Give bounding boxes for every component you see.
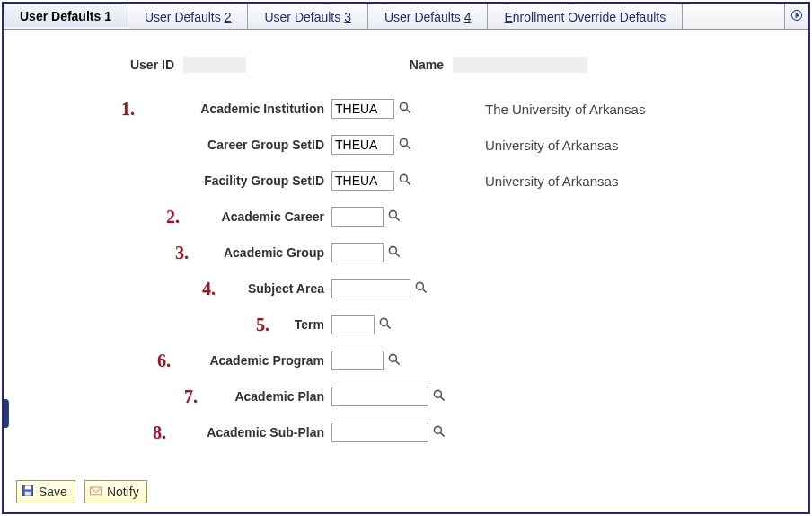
marker-8: 8. [4, 423, 170, 443]
magnifier-icon [432, 424, 446, 441]
row-academic-sub-plan: 8. Academic Sub-Plan [4, 414, 808, 450]
tab-label: User Defaults 2 [145, 10, 232, 24]
marker-7: 7. [4, 387, 201, 407]
form-area: 1. Academic Institution The University o… [4, 82, 808, 450]
magnifier-icon [398, 173, 412, 190]
lookup-academic-plan[interactable] [431, 388, 447, 405]
row-academic-group: 3. Academic Group [4, 235, 808, 271]
lookup-academic-program[interactable] [386, 352, 402, 369]
lookup-academic-career[interactable] [386, 209, 402, 225]
save-button-label: Save [39, 485, 67, 499]
row-career-group-setid: Career Group SetID University of Arkansa… [4, 127, 808, 163]
svg-line-8 [396, 217, 400, 220]
header-row: User ID Name [4, 30, 808, 82]
lookup-facility-group-setid[interactable] [397, 173, 413, 189]
svg-point-11 [416, 282, 423, 289]
marker-1: 1. [4, 99, 138, 120]
row-academic-program: 6. Academic Program [4, 343, 808, 378]
input-academic-career[interactable] [331, 207, 384, 227]
svg-rect-22 [25, 485, 31, 489]
label-academic-sub-plan: Academic Sub-Plan [170, 425, 331, 440]
magnifier-icon [387, 245, 402, 262]
svg-point-7 [389, 210, 396, 218]
tab-user-defaults-3[interactable]: User Defaults 3 [248, 4, 368, 29]
svg-point-1 [400, 102, 407, 110]
lookup-academic-institution[interactable] [397, 101, 413, 117]
name-value [453, 57, 587, 73]
lookup-subject-area[interactable] [413, 280, 429, 297]
svg-line-14 [387, 325, 391, 328]
svg-line-6 [407, 181, 410, 184]
row-subject-area: 4. Subject Area [4, 271, 808, 307]
svg-point-15 [389, 354, 396, 361]
svg-line-16 [396, 360, 400, 364]
input-academic-plan[interactable] [331, 387, 428, 406]
label-academic-plan: Academic Plan [201, 389, 331, 404]
svg-point-3 [400, 138, 407, 146]
svg-line-12 [423, 289, 427, 292]
magnifier-icon [414, 280, 428, 298]
row-academic-institution: 1. Academic Institution The University o… [4, 91, 808, 127]
svg-point-5 [400, 174, 407, 182]
notify-button[interactable]: Notify [84, 480, 147, 503]
lookup-academic-sub-plan[interactable] [431, 424, 447, 440]
magnifier-icon [398, 137, 412, 154]
button-bar: Save Notify [16, 480, 147, 503]
label-academic-group: Academic Group [192, 245, 331, 260]
label-term: Term [273, 317, 331, 332]
desc-facility-group-setid: University of Arkansas [413, 173, 755, 189]
chevron-right-icon [790, 9, 803, 24]
svg-line-4 [407, 145, 410, 148]
tab-scroll-right[interactable] [784, 4, 808, 29]
tab-user-defaults-1[interactable]: User Defaults 1 [4, 4, 128, 29]
magnifier-icon [398, 101, 412, 118]
marker-3: 3. [4, 243, 192, 263]
svg-line-18 [441, 396, 445, 400]
marker-2: 2. [4, 207, 183, 227]
svg-point-19 [434, 426, 441, 433]
tab-label: User Defaults 3 [264, 10, 351, 24]
row-facility-group-setid: Facility Group SetID University of Arkan… [4, 163, 808, 199]
save-button[interactable]: Save [16, 480, 75, 503]
side-stub [2, 399, 9, 428]
magnifier-icon [432, 388, 446, 405]
label-career-group-setid: Career Group SetID [138, 138, 331, 152]
row-term: 5. Term [4, 307, 808, 343]
user-id-value [183, 57, 246, 73]
svg-point-13 [380, 318, 387, 325]
input-academic-group[interactable] [331, 243, 384, 262]
input-academic-program[interactable] [331, 351, 384, 370]
tab-user-defaults-4[interactable]: User Defaults 4 [368, 4, 489, 29]
tab-user-defaults-2[interactable]: User Defaults 2 [128, 4, 249, 29]
label-academic-career: Academic Career [183, 209, 331, 224]
tab-label: User Defaults 4 [384, 10, 472, 24]
svg-line-2 [407, 109, 410, 112]
notify-button-label: Notify [107, 485, 139, 499]
input-term[interactable] [331, 315, 375, 334]
lookup-term[interactable] [377, 316, 393, 333]
label-academic-institution: Academic Institution [138, 102, 331, 116]
save-icon [21, 484, 35, 501]
desc-career-group-setid: University of Arkansas [413, 138, 755, 153]
notify-icon [89, 484, 103, 501]
svg-point-9 [389, 246, 396, 254]
svg-line-20 [441, 432, 445, 436]
input-academic-institution[interactable] [331, 99, 394, 119]
label-facility-group-setid: Facility Group SetID [138, 173, 331, 188]
magnifier-icon [387, 352, 402, 369]
marker-5: 5. [4, 315, 273, 335]
lookup-academic-group[interactable] [386, 245, 402, 261]
user-id-label: User ID [130, 58, 174, 72]
input-facility-group-setid[interactable] [331, 171, 394, 191]
lookup-career-group-setid[interactable] [397, 137, 413, 153]
label-academic-program: Academic Program [174, 353, 331, 368]
desc-academic-institution: The University of Arkansas [413, 102, 755, 117]
tab-enrollment-override-defaults[interactable]: Enrollment Override Defaults [488, 4, 683, 29]
input-subject-area[interactable] [331, 279, 410, 298]
tab-bar: User Defaults 1 User Defaults 2 User Def… [4, 4, 808, 30]
input-career-group-setid[interactable] [331, 135, 394, 155]
label-subject-area: Subject Area [219, 281, 331, 296]
name-label: Name [410, 58, 444, 72]
input-academic-sub-plan[interactable] [331, 423, 428, 442]
app-window: User Defaults 1 User Defaults 2 User Def… [2, 2, 810, 514]
